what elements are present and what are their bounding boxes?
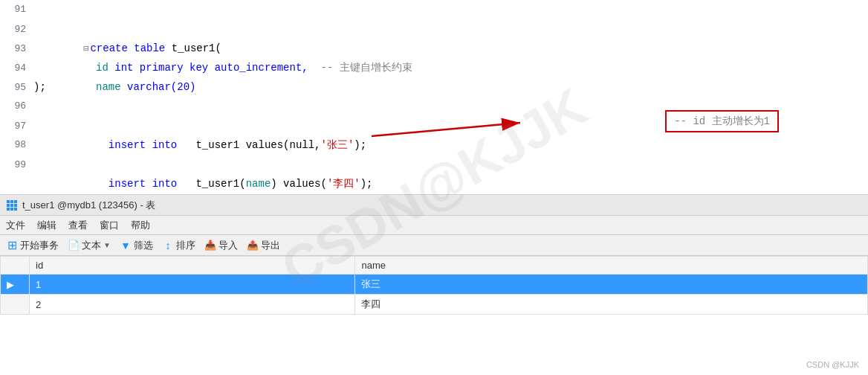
menu-edit[interactable]: 编辑	[37, 219, 56, 232]
code-line-95: 95 );	[0, 77, 868, 97]
toolbar-text-label: 文本	[82, 239, 101, 252]
menu-window[interactable]: 窗口	[100, 219, 119, 232]
toolbar-export-label: 导出	[261, 239, 280, 252]
toolbar-filter[interactable]: ▼ 筛选	[120, 239, 153, 252]
toolbar: ⊞ 开始事务 📄 文本 ▼ ▼ 筛选 ↕ 排序 📥 导入 📤	[0, 235, 868, 256]
col-header-id[interactable]: id	[30, 257, 355, 275]
toolbar-import-label: 导入	[218, 239, 238, 252]
toolbar-text[interactable]: 📄 文本 ▼	[68, 239, 111, 252]
begin-transaction-icon: ⊞	[6, 240, 18, 251]
row-indicator-2	[1, 295, 30, 315]
table-row[interactable]: 2 李四	[1, 295, 868, 315]
toolbar-filter-label: 筛选	[134, 239, 153, 252]
export-icon: 📤	[247, 240, 259, 251]
code-line-92: 92 ⊟create table t_user1(	[0, 19, 868, 39]
text-dropdown-arrow: ▼	[103, 241, 111, 249]
cell-id-2: 2	[30, 295, 355, 315]
text-icon: 📄	[68, 240, 80, 251]
menu-help[interactable]: 帮助	[131, 219, 150, 232]
menu-view[interactable]: 查看	[68, 219, 88, 232]
row-indicator-header	[1, 257, 30, 275]
menu-bar: 文件 编辑 查看 窗口 帮助	[0, 216, 868, 235]
table-panel: t_user1 @mydb1 (123456) - 表 文件 编辑 查看 窗口 …	[0, 195, 868, 315]
filter-icon: ▼	[120, 240, 132, 251]
csdn-label: CSDN @KJJK	[806, 360, 859, 369]
annotation-text: -- id 主动增长为1	[674, 115, 770, 127]
toolbar-sort-label: 排序	[176, 239, 195, 252]
cell-id-1: 1	[30, 275, 355, 295]
table-row[interactable]: ▶ 1 张三	[1, 275, 868, 295]
code-line-93: 93 id int primary key auto_increment, --…	[0, 39, 868, 58]
toolbar-begin-transaction[interactable]: ⊞ 开始事务	[6, 239, 59, 252]
toolbar-begin-transaction-label: 开始事务	[20, 239, 59, 252]
code-line-99: 99 insert into t_user1(name) values('李四'…	[0, 155, 868, 174]
code-line-91: 91	[0, 0, 868, 19]
col-header-name[interactable]: name	[355, 257, 868, 275]
code-editor: 91 92 ⊟create table t_user1( 93 id int p…	[0, 0, 868, 195]
code-line-94: 94 name varchar(20)	[0, 58, 868, 77]
toolbar-sort[interactable]: ↕ 排序	[162, 239, 195, 252]
toolbar-import[interactable]: 📥 导入	[204, 239, 238, 252]
cell-name-1: 张三	[355, 275, 868, 295]
menu-file[interactable]: 文件	[6, 219, 25, 232]
toolbar-export[interactable]: 📤 导出	[247, 239, 280, 252]
annotation-box: -- id 主动增长为1	[665, 110, 779, 132]
data-table-container: id name ▶ 1 张三 2 李四	[0, 256, 868, 315]
table-header-row: id name	[1, 257, 868, 275]
import-icon: 📥	[204, 240, 216, 251]
sort-icon: ↕	[162, 240, 174, 251]
data-table: id name ▶ 1 张三 2 李四	[0, 256, 868, 315]
table-grid-icon	[6, 199, 18, 211]
cell-name-2: 李四	[355, 295, 868, 315]
row-indicator-1: ▶	[1, 275, 30, 295]
